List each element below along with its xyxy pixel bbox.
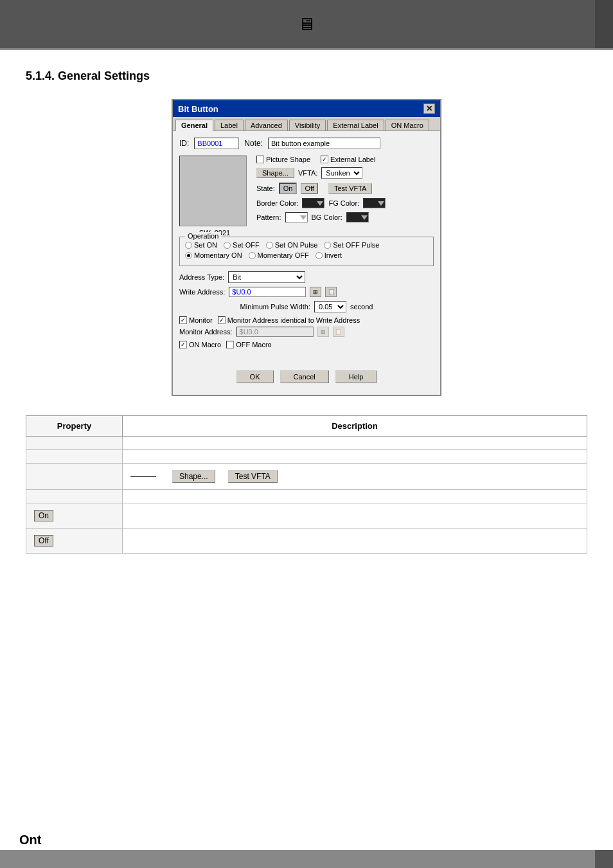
- set-on-pulse-label[interactable]: Set ON Pulse: [266, 241, 318, 249]
- test-vfta-button[interactable]: Test VFTA: [328, 183, 373, 194]
- off-state-box: Off: [34, 535, 53, 547]
- min-pulse-select[interactable]: 0.05: [314, 301, 346, 312]
- fg-color-label: FG Color:: [328, 199, 359, 207]
- picture-shape-checkbox-label[interactable]: Picture Shape: [256, 156, 310, 163]
- table-cell-property-off: Off: [26, 529, 123, 554]
- border-color-label: Border Color:: [256, 199, 298, 207]
- monitor-checkbox[interactable]: ✓: [179, 316, 187, 324]
- shape-button[interactable]: Shape...: [256, 168, 294, 178]
- table-row: [26, 450, 587, 464]
- write-address-label: Write Address:: [179, 288, 225, 296]
- on-state-box: On: [34, 510, 53, 521]
- fg-color-box[interactable]: [363, 198, 386, 208]
- momentary-on-radio[interactable]: [185, 252, 192, 259]
- ok-button[interactable]: OK: [236, 370, 274, 383]
- min-pulse-unit: second: [350, 303, 373, 311]
- table-shape-button[interactable]: Shape...: [172, 470, 215, 483]
- set-on-radio[interactable]: [185, 242, 192, 249]
- vfta-select[interactable]: Sunken: [321, 167, 362, 179]
- macro-row: ✓ ON Macro OFF Macro: [179, 341, 434, 348]
- off-macro-checkbox[interactable]: [226, 341, 234, 348]
- write-address-input[interactable]: $U0.0: [229, 287, 306, 297]
- address-type-label: Address Type:: [179, 273, 224, 281]
- set-on-label[interactable]: Set ON: [185, 241, 217, 249]
- write-addr-icon2[interactable]: 📋: [325, 287, 337, 297]
- table-cell-description: [123, 490, 587, 503]
- set-off-radio[interactable]: [224, 242, 231, 249]
- shape-vfta-row: Shape... VFTA: Sunken: [256, 167, 434, 179]
- note-input[interactable]: Bit button example: [268, 138, 380, 149]
- bit-button-dialog: Bit Button ✕ General Label Advanced Visi…: [172, 99, 441, 396]
- pattern-label: Pattern:: [256, 213, 281, 221]
- address-type-select[interactable]: Bit: [228, 271, 305, 283]
- state-on-button[interactable]: On: [279, 183, 298, 194]
- monitor-addr-icon1[interactable]: ⊞: [317, 327, 329, 337]
- pattern-box[interactable]: [285, 212, 308, 222]
- external-label-checkbox[interactable]: ✓: [321, 156, 328, 163]
- momentary-off-radio[interactable]: [249, 252, 256, 259]
- table-test-vfta-button[interactable]: Test VFTA: [228, 470, 278, 483]
- min-pulse-row: Minimum Pulse Width: 0.05 second: [179, 301, 434, 312]
- table-cell-property: [26, 490, 123, 503]
- state-label: State:: [256, 185, 275, 192]
- table-header-description: Description: [123, 416, 587, 437]
- invert-label[interactable]: Invert: [315, 251, 342, 259]
- state-off-button[interactable]: Off: [301, 183, 317, 194]
- table-underline: [130, 476, 156, 477]
- on-macro-label: ON Macro: [189, 341, 221, 348]
- picture-shape-checkbox[interactable]: [256, 156, 264, 163]
- id-input[interactable]: BB0001: [194, 138, 239, 149]
- bg-color-box[interactable]: [346, 212, 369, 222]
- settings-area: Picture Shape ✓ External Label Shape... …: [256, 156, 434, 237]
- ont-text: Ont: [19, 833, 41, 847]
- set-on-pulse-radio[interactable]: [266, 242, 273, 249]
- table-row: Shape... Test VFTA: [26, 464, 587, 490]
- id-note-row: ID: BB0001 Note: Bit button example: [179, 138, 434, 149]
- border-color-box[interactable]: [302, 198, 324, 208]
- help-button[interactable]: Help: [335, 370, 377, 383]
- shape-vfta-table-content: Shape... Test VFTA: [130, 470, 579, 483]
- vfta-label: VFTA:: [298, 169, 317, 177]
- pattern-bg-color-row: Pattern: BG Color:: [256, 212, 434, 222]
- picture-shape-label: Picture Shape: [266, 156, 310, 163]
- off-macro-checkbox-label[interactable]: OFF Macro: [226, 341, 272, 348]
- invert-radio[interactable]: [315, 252, 323, 259]
- on-macro-checkbox[interactable]: ✓: [179, 341, 187, 348]
- momentary-off-label[interactable]: Momentary OFF: [249, 251, 309, 259]
- table-cell-description: Shape... Test VFTA: [123, 464, 587, 490]
- id-label: ID:: [179, 139, 189, 148]
- monitor-address-input[interactable]: $U0.0: [236, 327, 314, 337]
- preview-area: SW_0021: [179, 156, 250, 237]
- operation-row-2: Momentary ON Momentary OFF Invert: [185, 251, 428, 259]
- write-addr-icon1[interactable]: ⊞: [310, 287, 321, 297]
- cancel-button[interactable]: Cancel: [280, 370, 329, 383]
- table-row: On: [26, 503, 587, 529]
- bg-color-label: BG Color:: [312, 213, 342, 221]
- momentary-on-label[interactable]: Momentary ON: [185, 251, 242, 259]
- tab-visibility[interactable]: Visibility: [289, 120, 326, 131]
- table-row: [26, 437, 587, 450]
- tab-external-label[interactable]: External Label: [327, 120, 384, 131]
- set-off-pulse-radio[interactable]: [324, 242, 331, 249]
- table-cell-property: [26, 464, 123, 490]
- on-macro-checkbox-label[interactable]: ✓ ON Macro: [179, 341, 221, 348]
- app-icon: 🖥: [298, 14, 315, 35]
- external-label-checkbox-label[interactable]: ✓ External Label: [321, 156, 375, 163]
- monitor-identical-checkbox[interactable]: ✓: [218, 316, 226, 324]
- set-off-pulse-label[interactable]: Set OFF Pulse: [324, 241, 379, 249]
- tab-general[interactable]: General: [175, 120, 213, 131]
- dialog-close-button[interactable]: ✕: [423, 104, 435, 114]
- monitor-checkbox-label[interactable]: ✓ Monitor: [179, 316, 213, 324]
- picture-shape-row: Picture Shape ✓ External Label: [256, 156, 434, 163]
- monitor-addr-icon2[interactable]: 📋: [333, 327, 344, 337]
- set-off-label[interactable]: Set OFF: [224, 241, 260, 249]
- table-cell-description: [123, 529, 587, 554]
- monitor-identical-checkbox-label[interactable]: ✓ Monitor Address identical to Write Add…: [218, 316, 360, 324]
- tab-on-macro[interactable]: ON Macro: [386, 120, 429, 131]
- monitor-label: Monitor: [189, 316, 213, 324]
- off-macro-label: OFF Macro: [236, 341, 272, 348]
- table-header-property: Property: [26, 416, 123, 437]
- tab-advanced[interactable]: Advanced: [245, 120, 288, 131]
- monitor-address-label: Monitor Address:: [179, 328, 233, 336]
- tab-label[interactable]: Label: [215, 120, 244, 131]
